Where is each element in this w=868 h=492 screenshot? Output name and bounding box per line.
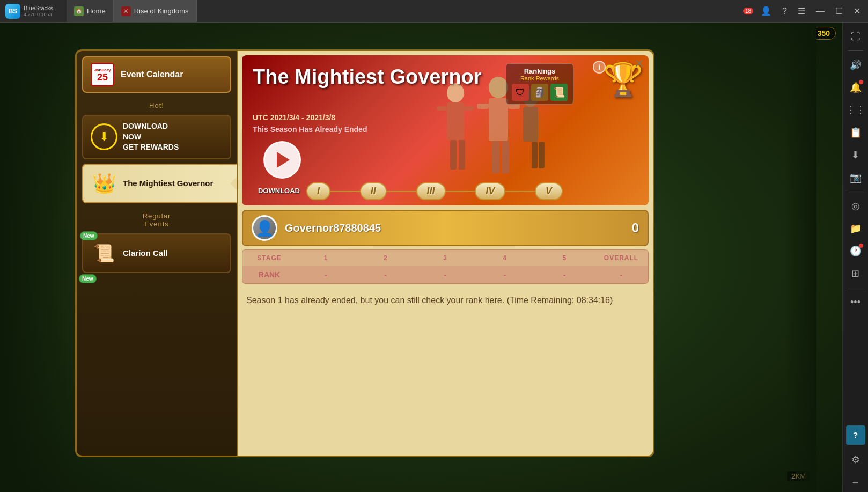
sidebar-item-new-bottom: New xyxy=(82,277,231,304)
stage-1[interactable]: I xyxy=(306,182,330,200)
col-3: 3 xyxy=(415,254,475,262)
notifications-btn[interactable]: 🔔 xyxy=(846,78,865,97)
rank-reward-icon-2: 🗿 xyxy=(531,84,548,101)
rank-stage-4: - xyxy=(475,270,535,279)
maximize-btn[interactable]: ☐ xyxy=(832,5,846,17)
governor-avatar: 👤 xyxy=(252,215,277,241)
svg-rect-1 xyxy=(489,98,508,141)
home-tab-icon: 🏠 xyxy=(74,6,84,16)
event-main-content: ✕ xyxy=(238,51,653,456)
download-text: DOWNLOAD NOW GET REWARDS xyxy=(123,121,179,153)
clipboard-btn[interactable]: 📋 xyxy=(846,123,865,142)
svg-rect-15 xyxy=(539,142,545,168)
hot-label: Hot! xyxy=(77,98,237,113)
clarion-call-label: Clarion Call xyxy=(123,248,167,259)
regular-events-label: RegularEvents xyxy=(77,209,237,231)
game-background: 350 2KM January 25 Event Calendar Hot! ⬇… xyxy=(0,23,842,492)
download-banner-label: DOWNLOAD xyxy=(258,187,300,195)
rank-label: RANK xyxy=(242,270,296,279)
governor-icon: 👑 xyxy=(91,170,117,197)
banner-date-range: UTC 2021/3/4 - 2021/3/8 xyxy=(253,113,335,122)
svg-rect-2 xyxy=(477,104,489,109)
rank-reward-icon-3: 📜 xyxy=(550,84,568,101)
rank-stage-1: - xyxy=(296,270,356,279)
rank-stage-3: - xyxy=(415,270,475,279)
help-btn[interactable]: ? xyxy=(779,5,790,17)
tab-home[interactable]: 🏠 Home xyxy=(67,0,114,22)
settings-btn[interactable]: ⚙ xyxy=(846,450,865,469)
svg-rect-9 xyxy=(464,106,474,111)
rank-table: STAGE 1 2 3 4 5 OVERALL RANK - - - - - - xyxy=(242,249,649,284)
grid-btn[interactable]: ⋮⋮ xyxy=(846,100,865,120)
svg-rect-13 xyxy=(523,107,538,142)
sidebar-divider-1 xyxy=(848,50,863,51)
volume-btn[interactable]: 🔊 xyxy=(846,55,865,75)
sidebar-item-event-calendar[interactable]: January 25 Event Calendar xyxy=(82,56,231,93)
svg-rect-8 xyxy=(437,106,447,111)
tab-rise-of-kingdoms[interactable]: ⚔ Rise of Kingdoms xyxy=(114,0,197,22)
sidebar-item-download[interactable]: ⬇ DOWNLOAD NOW GET REWARDS xyxy=(82,115,231,159)
window-close-btn[interactable]: ✕ xyxy=(850,5,864,17)
back-btn[interactable]: ← xyxy=(846,473,865,492)
taskbar-tabs: 🏠 Home ⚔ Rise of Kingdoms xyxy=(67,0,197,22)
close-button[interactable]: ✕ xyxy=(630,55,648,72)
stage-line-4 xyxy=(505,191,535,192)
app-version: BlueStacks 4.270.0.1053 xyxy=(24,5,53,18)
help-btn[interactable]: ? xyxy=(846,425,865,445)
event-calendar-label: Event Calendar xyxy=(121,70,183,79)
svg-rect-10 xyxy=(450,140,457,170)
notification-badge[interactable]: 18 xyxy=(743,8,753,14)
fullscreen-btn[interactable]: ⛶ xyxy=(846,27,865,46)
rank-rewards-label: Rank Rewards xyxy=(512,75,568,82)
stage-3[interactable]: III xyxy=(416,182,446,200)
rankings-label: Rankings xyxy=(512,67,568,75)
sidebar-item-clarion-call[interactable]: New 📜 Clarion Call xyxy=(82,233,231,273)
event-banner: The Mightiest Governor UTC 2021/3/4 - 20… xyxy=(242,55,649,205)
rank-table-header: STAGE 1 2 3 4 5 OVERALL xyxy=(242,250,648,266)
svg-rect-14 xyxy=(532,142,538,168)
rankings-box: Rankings Rank Rewards 🛡 🗿 📜 xyxy=(506,63,573,105)
governor-row: 👤 Governor87880845 0 xyxy=(242,210,649,246)
rank-reward-icon-1: 🛡 xyxy=(512,84,529,101)
stage-5[interactable]: V xyxy=(535,182,563,200)
screenshot-btn[interactable]: 📷 xyxy=(846,168,865,187)
svg-point-0 xyxy=(489,77,508,98)
stage-4[interactable]: IV xyxy=(475,182,505,200)
svg-rect-7 xyxy=(447,102,464,140)
svg-rect-5 xyxy=(502,141,509,173)
rank-table-row: RANK - - - - - - xyxy=(242,266,648,283)
play-button[interactable] xyxy=(263,141,301,179)
download-icon: ⬇ xyxy=(91,123,117,150)
info-icon[interactable]: i xyxy=(593,61,606,74)
rank-stage-2: - xyxy=(356,270,415,279)
stage-line-3 xyxy=(446,191,475,192)
location-btn[interactable]: ◎ xyxy=(846,196,865,216)
folder-btn[interactable]: 📁 xyxy=(846,219,865,238)
clarion-icon: 📜 xyxy=(91,240,117,267)
new-badge-bottom: New xyxy=(79,274,97,283)
col-4: 4 xyxy=(475,254,535,262)
sidebar-item-mightiest-governor[interactable]: 👑 The Mightiest Governor xyxy=(82,164,237,203)
stage-line-1 xyxy=(330,191,360,192)
bg-tree-left xyxy=(0,23,75,492)
col-stage: STAGE xyxy=(242,254,296,262)
active-arrow xyxy=(230,176,238,191)
event-description: Season 1 has already ended, but you can … xyxy=(246,293,644,307)
menu-btn[interactable]: ☰ xyxy=(795,5,808,17)
play-triangle-icon xyxy=(277,152,290,168)
timer-btn[interactable]: 🕐 xyxy=(846,241,865,261)
more-btn[interactable]: ••• xyxy=(846,292,865,312)
mightiest-governor-label: The Mightiest Governor xyxy=(123,178,213,189)
banner-title: The Mightiest Governor xyxy=(253,66,481,89)
layout-btn[interactable]: ⊞ xyxy=(846,264,865,283)
rank-overall: - xyxy=(594,270,648,279)
event-panel: January 25 Event Calendar Hot! ⬇ DOWNLOA… xyxy=(75,49,654,457)
download-btn[interactable]: ⬇ xyxy=(846,145,865,165)
account-btn[interactable]: 👤 xyxy=(757,5,775,17)
new-badge-clarion: New xyxy=(80,231,98,240)
event-sidebar: January 25 Event Calendar Hot! ⬇ DOWNLOA… xyxy=(77,51,238,456)
minimize-btn[interactable]: — xyxy=(813,5,828,17)
stage-2[interactable]: II xyxy=(360,182,387,200)
col-2: 2 xyxy=(356,254,415,262)
rank-reward-icons: 🛡 🗿 📜 xyxy=(512,84,568,101)
